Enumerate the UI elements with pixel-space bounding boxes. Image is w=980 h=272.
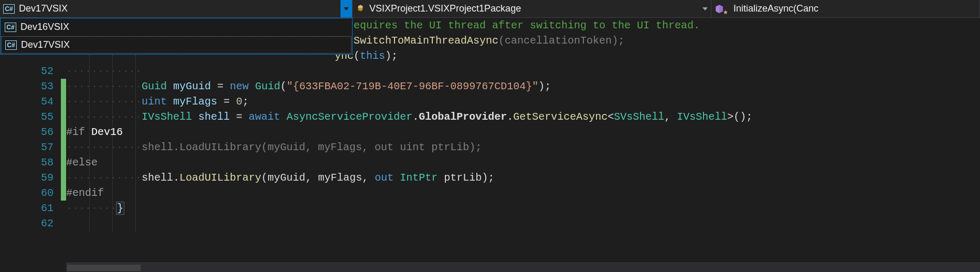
scrollbar-thumb[interactable]	[67, 265, 141, 271]
project-dropdown-item-label: Dev17VSIX	[21, 39, 70, 50]
code-line[interactable]	[66, 216, 980, 231]
code-editor[interactable]: 50515253545556575859606162 t requires th…	[0, 18, 980, 272]
project-dropdown-item-label: Dev16VSIX	[20, 22, 69, 33]
code-line[interactable]: ············shell.LoadUILibrary(myGuid, …	[66, 140, 980, 155]
change-marker	[61, 216, 66, 231]
code-line[interactable]: #if Dev16	[66, 124, 980, 140]
project-dropdown-list: C#Dev16VSIXC#Dev17VSIX	[0, 18, 353, 55]
line-number: 61	[28, 201, 54, 216]
line-number: 58	[28, 155, 54, 170]
change-marker	[61, 124, 66, 140]
line-number: 57	[28, 140, 54, 155]
code-line[interactable]: ········}	[66, 201, 980, 216]
line-number: 54	[28, 94, 54, 109]
csharp-project-icon: C#	[3, 4, 15, 14]
change-marker	[61, 64, 66, 79]
member-selector-label: InitializeAsync(Canc	[733, 3, 818, 14]
class-icon	[356, 4, 365, 14]
change-marker	[61, 109, 66, 124]
code-line[interactable]: ············uint myFlags = 0;	[66, 94, 980, 109]
line-number: 59	[28, 170, 54, 185]
horizontal-scrollbar[interactable]	[66, 263, 980, 272]
type-dropdown-button[interactable]	[699, 0, 711, 17]
csharp-project-icon: C#	[5, 40, 17, 50]
project-dropdown-button[interactable]	[340, 0, 352, 17]
line-number: 62	[28, 216, 54, 231]
chevron-down-icon	[702, 7, 708, 11]
project-selector-label: Dev17VSIX	[19, 3, 68, 14]
navigation-bar: C# Dev17VSIX VSIXProject1.VSIXProject1Pa…	[0, 0, 980, 18]
project-dropdown-item[interactable]: C#Dev16VSIX	[1, 18, 352, 36]
code-area[interactable]: t requires the UI thread after switching…	[66, 18, 980, 272]
change-marker	[61, 201, 66, 216]
line-number: 55	[28, 109, 54, 124]
change-marker	[61, 140, 66, 155]
change-marker	[61, 185, 66, 201]
change-marker	[61, 155, 66, 170]
change-marker	[61, 94, 66, 109]
breakpoint-margin[interactable]	[0, 18, 28, 272]
line-number: 53	[28, 79, 54, 94]
line-number: 60	[28, 185, 54, 201]
csharp-project-icon: C#	[5, 23, 16, 32]
code-line[interactable]: #else	[66, 155, 980, 170]
change-indicator-bar	[61, 18, 66, 272]
code-line[interactable]: ············Guid myGuid = new Guid("{633…	[66, 79, 980, 94]
code-line[interactable]: ············shell.LoadUILibrary(myGuid, …	[66, 170, 980, 185]
line-number-gutter: 50515253545556575859606162	[28, 18, 61, 272]
code-line[interactable]: ············	[66, 64, 980, 79]
code-line[interactable]: #endif	[66, 185, 980, 201]
project-selector[interactable]: C# Dev17VSIX	[0, 0, 353, 17]
change-marker	[61, 79, 66, 94]
type-selector[interactable]: VSIXProject1.VSIXProject1Package	[353, 0, 711, 17]
change-marker	[61, 170, 66, 185]
line-number: 56	[28, 124, 54, 140]
project-dropdown-item[interactable]: C#Dev17VSIX	[1, 36, 351, 54]
code-line[interactable]: ············IVsShell shell = await Async…	[66, 109, 980, 124]
chevron-down-icon	[344, 7, 349, 11]
line-number: 52	[28, 64, 54, 79]
type-selector-label: VSIXProject1.VSIXProject1Package	[369, 3, 521, 14]
member-selector[interactable]: ★ InitializeAsync(Canc	[711, 0, 980, 17]
